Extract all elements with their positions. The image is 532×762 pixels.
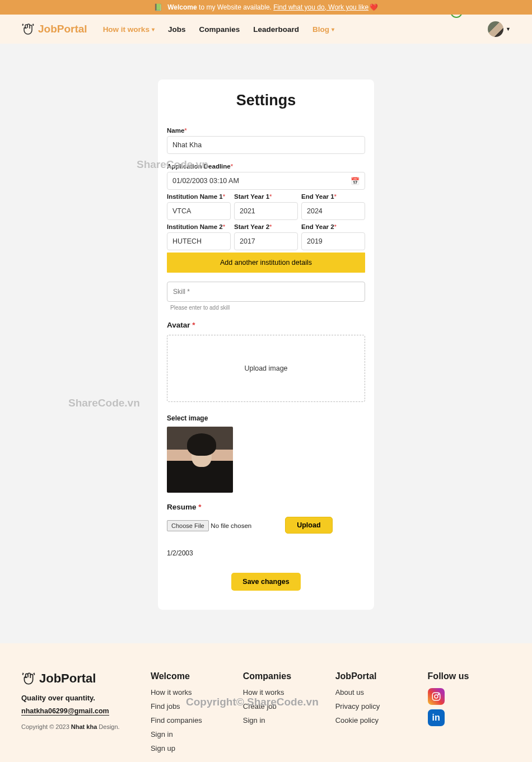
skill-hint: Please enter to add skill <box>167 305 365 311</box>
footer-col-jobportal-title: JobPortal <box>335 671 428 681</box>
footer-link[interactable]: Cookie policy <box>335 716 428 724</box>
hand-wave-icon <box>21 22 35 36</box>
footer-email[interactable]: nhatkha06299@gmail.com <box>21 707 109 716</box>
top-nav: JobPortal How it works ▾ Jobs Companies … <box>0 15 532 44</box>
settings-card: Settings Name* Application Deadline* 📅 I… <box>158 80 374 610</box>
chevron-down-icon: ▾ <box>152 26 155 32</box>
nav-how-it-works[interactable]: How it works ▾ <box>103 25 155 34</box>
file-status: No file chosen <box>211 522 251 529</box>
chevron-down-icon: ▾ <box>332 26 334 32</box>
announce-link[interactable]: Find what you do, Work you like <box>273 3 368 11</box>
footer-link[interactable]: Privacy policy <box>335 702 428 710</box>
svg-point-2 <box>438 694 439 695</box>
footer-link[interactable]: Sign in <box>151 730 243 738</box>
footer-logo[interactable]: JobPortal <box>21 671 151 686</box>
footer-col-follow-title: Follow us <box>428 671 511 681</box>
institution2-input[interactable] <box>167 232 231 250</box>
footer-link[interactable]: How it works <box>151 688 243 696</box>
avatar <box>488 21 503 37</box>
resume-upload-button[interactable]: Upload <box>285 517 332 534</box>
label-avatar: Avatar * <box>167 321 365 329</box>
label-inst2: Institution Name 2* <box>167 223 231 230</box>
nav-leaderboard[interactable]: Leaderboard <box>253 25 299 34</box>
heart-icon: ❤️ <box>370 3 378 11</box>
footer-col-companies-title: Companies <box>243 671 335 681</box>
footer-link[interactable]: Create job <box>243 702 335 710</box>
user-menu[interactable]: ▼ <box>488 21 511 37</box>
nav-blog[interactable]: Blog ▾ <box>312 25 334 34</box>
label-sy1: Start Year 1* <box>234 193 298 200</box>
end-year2-input[interactable] <box>301 232 365 250</box>
resume-date: 1/2/2003 <box>167 549 365 557</box>
save-changes-button[interactable]: Save changes <box>231 573 300 591</box>
start-year2-input[interactable] <box>234 232 298 250</box>
label-ey2: End Year 2* <box>301 223 365 230</box>
avatar-upload-dropzone[interactable]: Upload image <box>167 335 365 402</box>
linkedin-icon[interactable]: in <box>428 709 445 726</box>
footer-link[interactable]: Find jobs <box>151 702 243 710</box>
nav-jobs[interactable]: Jobs <box>168 25 186 34</box>
announcement-bar: 📗 Welcome to my Website available. Find … <box>0 0 532 15</box>
svg-point-1 <box>435 695 438 698</box>
footer-link[interactable]: Find companies <box>151 716 243 724</box>
brand-logo[interactable]: JobPortal <box>21 22 87 36</box>
selected-image-thumbnail[interactable] <box>167 427 233 493</box>
announce-emoji-icon: 📗 <box>154 3 162 11</box>
label-deadline: Application Deadline* <box>167 163 365 170</box>
footer-tagline: Quality over quantity. <box>21 694 151 702</box>
label-resume: Resume * <box>167 503 365 511</box>
instagram-icon[interactable] <box>428 688 445 705</box>
footer-link[interactable]: About us <box>335 688 428 696</box>
end-year1-input[interactable] <box>301 202 365 220</box>
hand-wave-icon <box>21 671 36 686</box>
deadline-input[interactable] <box>167 172 365 190</box>
footer-col-welcome-title: Welcome <box>151 671 243 681</box>
nav-companies[interactable]: Companies <box>199 25 240 34</box>
label-inst1: Institution Name 1* <box>167 193 231 200</box>
add-institution-button[interactable]: Add another institution details <box>167 253 365 273</box>
footer-link[interactable]: Sign in <box>243 716 335 724</box>
start-year1-input[interactable] <box>234 202 298 220</box>
skill-input[interactable] <box>167 282 365 302</box>
label-ey1: End Year 1* <box>301 193 365 200</box>
footer: JobPortal Quality over quantity. nhatkha… <box>0 643 532 762</box>
footer-link[interactable]: How it works <box>243 688 335 696</box>
choose-file-button[interactable]: Choose File <box>167 520 209 531</box>
label-name: Name* <box>167 127 365 134</box>
label-select-image: Select image <box>167 414 365 422</box>
label-sy2: Start Year 2* <box>234 223 298 230</box>
name-input[interactable] <box>167 136 365 154</box>
institution1-input[interactable] <box>167 202 231 220</box>
page-title: Settings <box>167 92 365 109</box>
caret-down-icon: ▼ <box>506 26 511 32</box>
footer-copyright: Copyright © 2023 Nhat kha Design. <box>21 723 151 730</box>
footer-link[interactable]: Sign up <box>151 744 243 752</box>
